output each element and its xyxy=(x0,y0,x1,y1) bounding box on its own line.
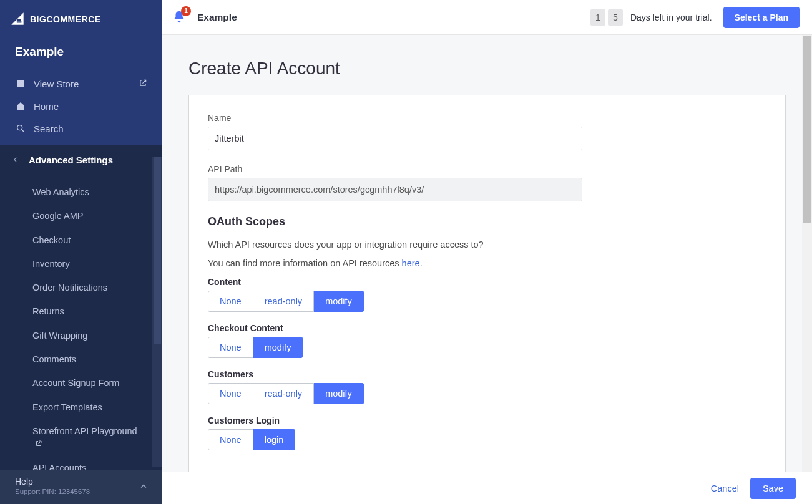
nav-view-store[interactable]: View Store xyxy=(0,72,162,95)
sidebar-scrollbar[interactable] xyxy=(152,157,162,467)
logo-icon xyxy=(10,11,26,27)
brand-logo[interactable]: BIGCOMMERCE xyxy=(0,0,162,39)
trial-days: 1 5 xyxy=(590,9,623,26)
trial-digit: 1 xyxy=(590,9,605,26)
external-link-icon xyxy=(35,440,42,447)
scope-label: Content xyxy=(208,277,766,287)
support-pin: Support PIN: 12345678 xyxy=(15,488,147,495)
scope-option-none[interactable]: None xyxy=(208,291,253,312)
external-link-icon xyxy=(139,79,147,89)
sidebar-item-web-analytics[interactable]: Web Analytics xyxy=(0,180,162,204)
store-name: Example xyxy=(0,39,162,70)
main: 1 Example 1 5 Days left in your trial. S… xyxy=(162,0,812,504)
storefront-icon xyxy=(15,78,26,89)
api-resources-link[interactable]: here xyxy=(402,258,420,268)
sidebar-item-checkout[interactable]: Checkout xyxy=(0,228,162,252)
page-title: Create API Account xyxy=(188,59,786,79)
scope-option-modify[interactable]: modify xyxy=(314,291,364,312)
nav-label: Home xyxy=(34,101,59,112)
scope-option-none[interactable]: None xyxy=(208,337,253,358)
sidebar-item-export-templates[interactable]: Export Templates xyxy=(0,395,162,419)
sidebar-item-storefront-api-playground[interactable]: Storefront API Playground xyxy=(0,419,162,456)
apipath-input[interactable] xyxy=(208,178,582,201)
scope-segment-content: Noneread-onlymodify xyxy=(208,291,766,312)
help-footer[interactable]: Help Support PIN: 12345678 xyxy=(0,470,162,504)
home-icon xyxy=(15,100,26,112)
sidebar-item-google-amp[interactable]: Google AMP xyxy=(0,204,162,228)
trial-digit: 5 xyxy=(608,9,623,26)
scope-option-modify[interactable]: modify xyxy=(253,337,303,358)
chevron-left-icon xyxy=(12,154,20,165)
svg-point-0 xyxy=(17,125,22,130)
oauth-scopes-heading: OAuth Scopes xyxy=(208,215,766,228)
notification-badge: 1 xyxy=(181,6,191,16)
scope-label: Customers Login xyxy=(208,415,766,425)
sidebar: BIGCOMMERCE Example View Store Home Sear… xyxy=(0,0,162,504)
search-icon xyxy=(15,123,26,134)
scope-option-read-only[interactable]: read-only xyxy=(253,383,314,404)
apipath-label: API Path xyxy=(208,164,766,174)
scope-option-login[interactable]: login xyxy=(253,429,296,450)
cancel-button[interactable]: Cancel xyxy=(711,483,739,493)
select-plan-button[interactable]: Select a Plan xyxy=(723,7,800,28)
sidebar-item-comments[interactable]: Comments xyxy=(0,347,162,371)
topbar: 1 Example 1 5 Days left in your trial. S… xyxy=(162,0,812,35)
subnav: Web AnalyticsGoogle AMPCheckoutInventory… xyxy=(0,174,162,470)
topbar-store-name: Example xyxy=(197,12,237,23)
scope-segment-checkout-content: Nonemodify xyxy=(208,337,766,358)
sidebar-item-gift-wrapping[interactable]: Gift Wrapping xyxy=(0,324,162,347)
brand-text: BIGCOMMERCE xyxy=(30,14,101,24)
name-label: Name xyxy=(208,113,766,123)
section-label: Advanced Settings xyxy=(29,155,113,165)
sidebar-item-order-notifications[interactable]: Order Notifications xyxy=(0,276,162,299)
helper-text-2: You can find more information on API res… xyxy=(208,258,766,268)
content-scrollbar-thumb[interactable] xyxy=(803,36,811,223)
sidebar-item-account-signup-form[interactable]: Account Signup Form xyxy=(0,371,162,395)
scope-option-none[interactable]: None xyxy=(208,429,253,450)
content: Create API Account Name API Path OAuth S… xyxy=(162,35,812,472)
scope-option-modify[interactable]: modify xyxy=(314,383,364,404)
helper-text-1: Which API resources does your app or int… xyxy=(208,240,766,250)
scope-label: Checkout Content xyxy=(208,323,766,333)
scope-segment-customers-login: Nonelogin xyxy=(208,429,766,450)
notifications-button[interactable]: 1 xyxy=(172,10,187,25)
scope-segment-customers: Noneread-onlymodify xyxy=(208,383,766,404)
nav-label: Search xyxy=(34,124,64,134)
section-advanced-settings[interactable]: Advanced Settings xyxy=(0,145,162,174)
trial-text: Days left in your trial. xyxy=(630,12,712,22)
sidebar-item-api-accounts[interactable]: API Accounts xyxy=(0,456,162,470)
scope-option-none[interactable]: None xyxy=(208,383,253,404)
name-input[interactable] xyxy=(208,127,582,150)
save-button[interactable]: Save xyxy=(750,478,796,499)
nav-search[interactable]: Search xyxy=(0,117,162,140)
form-card: Name API Path OAuth Scopes Which API res… xyxy=(188,95,786,472)
footer-actions: Cancel Save xyxy=(162,472,812,504)
sidebar-item-returns[interactable]: Returns xyxy=(0,299,162,323)
nav-label: View Store xyxy=(34,79,79,89)
sidebar-item-inventory[interactable]: Inventory xyxy=(0,252,162,276)
scope-label: Customers xyxy=(208,369,766,379)
chevron-up-icon xyxy=(140,482,147,493)
help-label: Help xyxy=(15,477,147,487)
nav-home[interactable]: Home xyxy=(0,95,162,117)
scope-option-read-only[interactable]: read-only xyxy=(253,291,314,312)
